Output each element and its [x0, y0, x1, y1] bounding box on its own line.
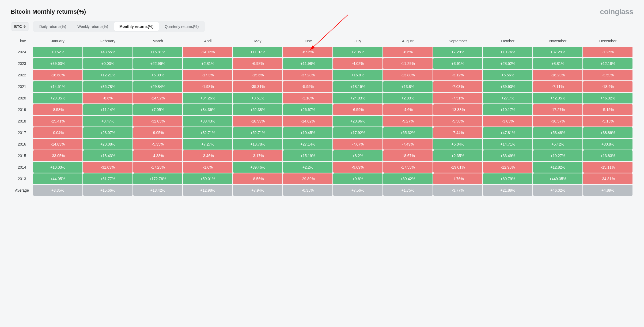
column-header-time: Time — [12, 37, 32, 46]
return-cell: -4.02% — [333, 58, 382, 69]
column-header-august: August — [383, 37, 433, 46]
return-cell: -24.92% — [133, 93, 183, 103]
tab-quarterly-returns[interactable]: Quarterly returns(%) — [160, 22, 204, 31]
return-cell: -11.29% — [383, 58, 433, 69]
year-label: 2019 — [12, 104, 32, 115]
column-header-october: October — [483, 37, 532, 46]
return-cell: +6.04% — [433, 139, 483, 150]
return-cell: +60.79% — [483, 173, 532, 184]
return-cell: -31.03% — [83, 162, 132, 173]
return-cell: -8.56% — [233, 173, 282, 184]
return-cell: +20.08% — [83, 139, 132, 150]
return-cell: +11.14% — [83, 104, 132, 115]
return-cell: +39.63% — [33, 58, 82, 69]
return-cell: -8.58% — [33, 104, 82, 115]
return-cell: +14.51% — [33, 81, 82, 92]
return-cell: -8.6% — [383, 47, 433, 57]
tab-weekly-returns[interactable]: Weekly returns(%) — [72, 22, 113, 31]
return-cell: +10.45% — [283, 127, 332, 138]
year-label: 2013 — [12, 173, 32, 184]
return-cell: -13.88% — [383, 70, 433, 80]
return-cell: +30.42% — [383, 173, 433, 184]
return-cell: -4.6% — [383, 104, 433, 115]
year-label: 2018 — [12, 116, 32, 127]
table-row: 2023+39.63%+0.03%+22.96%+2.81%-6.98%+11.… — [12, 58, 632, 69]
average-cell: +12.98% — [183, 185, 232, 196]
return-cell: +26.67% — [283, 104, 332, 115]
return-cell: -12.95% — [483, 162, 532, 173]
return-cell: +8.81% — [533, 58, 582, 69]
return-cell: +23.07% — [83, 127, 132, 138]
return-cell: +7.29% — [433, 47, 483, 57]
return-cell: +43.55% — [83, 47, 132, 57]
return-cell: -18.99% — [233, 116, 282, 127]
year-label: 2022 — [12, 70, 32, 80]
return-cell: -3.83% — [483, 116, 532, 127]
table-row: 2016-14.83%+20.08%-5.35%+7.27%+18.78%+27… — [12, 139, 632, 150]
return-cell: -19.01% — [433, 162, 483, 173]
year-label: 2021 — [12, 81, 32, 92]
average-cell: -0.35% — [283, 185, 332, 196]
table-row: 2022-16.68%+12.21%+5.39%-17.3%-15.6%-37.… — [12, 70, 632, 80]
return-cell: -9.69% — [333, 162, 382, 173]
return-cell: +13.8% — [383, 81, 433, 92]
return-cell: -6.59% — [333, 104, 382, 115]
return-cell: -14.62% — [283, 116, 332, 127]
return-cell: -1.25% — [583, 47, 632, 57]
average-cell: +46.02% — [533, 185, 582, 196]
tab-monthly-returns[interactable]: Monthly returns(%) — [114, 22, 159, 31]
return-cell: -9.27% — [383, 116, 433, 127]
return-cell: +2.95% — [333, 47, 382, 57]
table-row: 2020+29.95%-8.6%-24.92%+34.26%+9.51%-3.1… — [12, 93, 632, 103]
return-cell: -3.46% — [183, 150, 232, 161]
return-cell: +53.48% — [533, 127, 582, 138]
return-cell: -7.44% — [433, 127, 483, 138]
table-row: 2018-25.41%+0.47%-32.85%+33.43%-18.99%-1… — [12, 116, 632, 127]
return-cell: -17.25% — [133, 162, 183, 173]
return-cell: +0.62% — [33, 47, 82, 57]
return-cell: -25.41% — [33, 116, 82, 127]
return-cell: -1.6% — [183, 162, 232, 173]
return-cell: +0.03% — [83, 58, 132, 69]
chevron-up-down-icon — [24, 25, 26, 28]
return-cell: +27.7% — [483, 93, 532, 103]
return-cell: +30.8% — [583, 139, 632, 150]
year-label: 2017 — [12, 127, 32, 138]
return-cell: +2.81% — [183, 58, 232, 69]
return-cell: -9.05% — [133, 127, 183, 138]
return-cell: +29.95% — [33, 93, 82, 103]
return-cell: +2.35% — [433, 150, 483, 161]
column-header-november: November — [533, 37, 582, 46]
return-cell: +46.92% — [583, 93, 632, 103]
return-cell: +42.95% — [533, 93, 582, 103]
return-cell: -4.38% — [133, 150, 183, 161]
column-header-june: June — [283, 37, 332, 46]
average-cell: +7.56% — [333, 185, 382, 196]
returns-heatmap-table: TimeJanuaryFebruaryMarchAprilMayJuneJuly… — [11, 36, 633, 196]
return-cell: +12.18% — [583, 58, 632, 69]
timeframe-tabs: Daily returns(%)Weekly returns(%)Monthly… — [33, 21, 205, 32]
tab-daily-returns[interactable]: Daily returns(%) — [34, 22, 71, 31]
table-row: 2021+14.51%+36.78%+29.84%-1.98%-35.31%-5… — [12, 81, 632, 92]
return-cell: +10.17% — [483, 104, 532, 115]
return-cell: +16.8% — [333, 70, 382, 80]
page-title: Bitcoin Monthly returns(%) — [11, 8, 86, 15]
average-cell: -3.77% — [433, 185, 483, 196]
return-cell: +17.92% — [333, 127, 382, 138]
return-cell: +22.96% — [133, 58, 183, 69]
return-cell: +172.76% — [133, 173, 183, 184]
return-cell: -7.49% — [383, 139, 433, 150]
return-cell: -36.57% — [533, 116, 582, 127]
return-cell: -17.27% — [533, 104, 582, 115]
return-cell: -29.89% — [283, 173, 332, 184]
brand-logo: coinglass — [600, 8, 633, 16]
return-cell: +0.47% — [83, 116, 132, 127]
return-cell: +13.83% — [583, 150, 632, 161]
return-cell: -5.15% — [583, 104, 632, 115]
return-cell: -6.98% — [233, 58, 282, 69]
asset-dropdown[interactable]: BTC — [11, 22, 29, 31]
return-cell: +47.81% — [483, 127, 532, 138]
return-cell: +50.01% — [183, 173, 232, 184]
return-cell: -16.23% — [533, 70, 582, 80]
column-header-april: April — [183, 37, 232, 46]
